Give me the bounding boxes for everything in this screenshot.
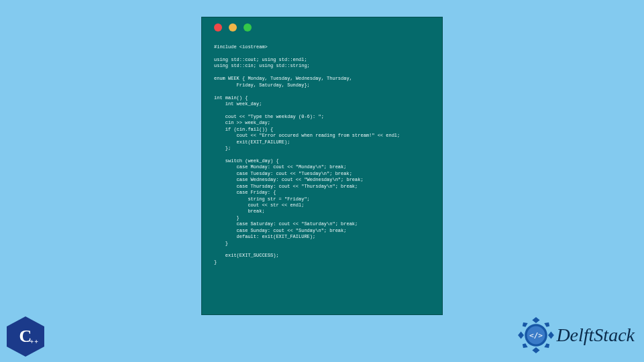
gear-icon: </>: [517, 316, 555, 354]
svg-marker-1: [533, 347, 540, 353]
delftstack-logo: </> DelftStack: [517, 316, 635, 354]
brand-name: DelftStack: [556, 324, 635, 346]
minimize-icon[interactable]: [229, 23, 237, 32]
code-content: #include <iostream> using std::cout; usi…: [202, 38, 442, 272]
cpp-hexagon-icon: C ++: [7, 316, 44, 357]
svg-marker-7: [545, 343, 550, 348]
svg-marker-0: [533, 317, 540, 323]
code-window: #include <iostream> using std::cout; usi…: [201, 17, 443, 315]
svg-marker-2: [518, 331, 524, 339]
close-icon[interactable]: [214, 23, 222, 32]
svg-marker-4: [523, 322, 528, 327]
svg-text:</>: </>: [529, 331, 543, 340]
svg-marker-6: [523, 343, 528, 348]
cpp-plus: ++: [30, 338, 39, 345]
svg-marker-3: [548, 331, 554, 339]
maximize-icon[interactable]: [244, 23, 252, 32]
window-titlebar: [202, 17, 442, 38]
cpp-logo: C ++: [7, 316, 44, 357]
svg-marker-5: [545, 322, 550, 327]
